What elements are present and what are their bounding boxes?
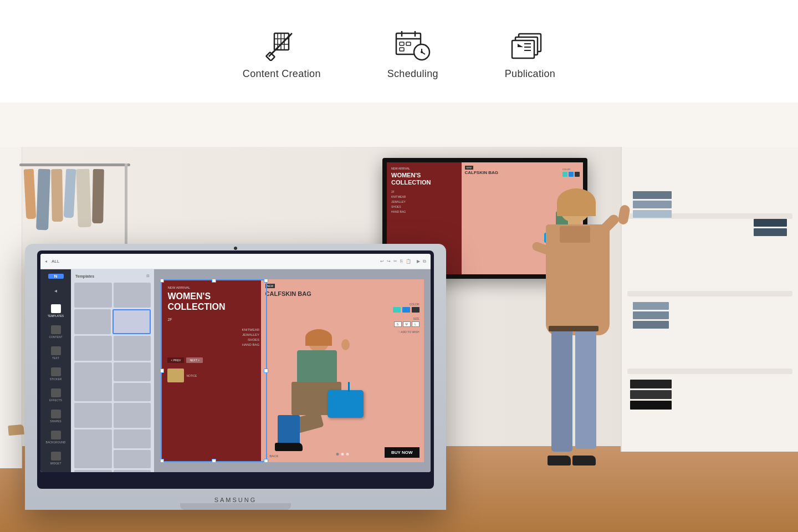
templates-panel-header: Templates ⊞ (74, 273, 151, 279)
template-thumb-9[interactable] (114, 383, 151, 402)
template-thumb-5[interactable] (74, 336, 112, 361)
size-m[interactable]: M (403, 321, 411, 327)
sidebar-item-background[interactable]: BACKGROUND (40, 427, 71, 447)
template-thumb-16[interactable] (114, 470, 151, 472)
sidebar-item-widget[interactable]: WIDGET (40, 448, 71, 468)
template-row-7 (74, 470, 151, 472)
template-thumb-3[interactable] (74, 309, 111, 334)
ad-size-options: S M L (394, 321, 420, 327)
dark-fold-1 (754, 219, 787, 227)
ad-swatch-blue[interactable] (402, 307, 410, 313)
ad-next-btn[interactable]: NEXT > (186, 357, 203, 363)
ad-buy-btn[interactable]: BUY NOW (385, 447, 420, 458)
toolbar-filter-label: ALL (52, 259, 59, 264)
sidebar-nav-back[interactable]: ◂ (40, 284, 71, 300)
scheduling-label: Scheduling (387, 68, 438, 80)
template-thumb-14[interactable] (114, 450, 151, 469)
ad-title: WOMEN'S COLLECTION (167, 291, 259, 312)
sidebar-item-shapes[interactable]: SHAPES (40, 406, 71, 426)
toolbar-undo-icon[interactable]: ↩ (380, 259, 384, 264)
size-l[interactable]: L (412, 321, 420, 327)
toolbar-redo-icon[interactable]: ↪ (387, 259, 391, 264)
sticker-icon (51, 367, 61, 376)
canvas-bag-handle (348, 382, 350, 392)
template-thumb-7[interactable] (74, 362, 112, 401)
canvas-shoes (275, 443, 303, 451)
display-new-arrival-text: NEW ARRIVAL (391, 167, 457, 170)
template-grid (74, 283, 151, 472)
template-thumb-1[interactable] (74, 283, 112, 308)
ad-swatch-teal[interactable] (393, 307, 401, 313)
toolbar-preview-icon[interactable]: ⧉ (423, 259, 426, 264)
sidebar-item-content[interactable]: CONTENT (40, 322, 71, 342)
svg-rect-18 (406, 42, 411, 45)
toolbar-cut-icon[interactable]: ✂ (393, 259, 397, 264)
template-thumb-4-selected[interactable] (112, 309, 151, 334)
toolbar-play-icon[interactable]: ▶ (417, 259, 420, 264)
template-thumb-6[interactable] (114, 336, 151, 361)
templates-header-icon: ⊞ (146, 274, 150, 278)
size-s[interactable]: S (394, 321, 402, 327)
shoe-1 (8, 424, 24, 436)
template-thumb-11[interactable] (114, 403, 151, 428)
canvas-figure-area (275, 329, 364, 451)
toolbar-paste-icon[interactable]: 📋 (406, 259, 411, 264)
ad-notice-label: NOTICE (186, 374, 197, 377)
laptop-base (180, 503, 291, 510)
woman-belt (549, 326, 598, 331)
canvas-hand (341, 339, 350, 350)
sidebar-item-effects[interactable]: EFFECTS (40, 385, 71, 405)
back-icon: ◂ (51, 288, 61, 296)
sidebar-text-label: TEXT (52, 356, 59, 360)
sidebar-item-text[interactable]: TEXT (40, 343, 71, 363)
template-thumb-8[interactable] (114, 362, 151, 381)
sidebar-widget-label: WIDGET (50, 462, 62, 465)
sidebar-item-templates[interactable]: TEMPLATES (40, 301, 71, 321)
woman-figure (526, 188, 626, 466)
publish-icon (510, 28, 549, 62)
ad-dots (336, 453, 349, 456)
fold-3 (633, 210, 672, 218)
template-thumb-15[interactable] (74, 470, 112, 472)
feature-content-creation: Content Creation (243, 28, 321, 80)
clothes-stack-2 (754, 219, 787, 236)
canvas-woman (275, 329, 364, 451)
fold-1 (633, 191, 672, 199)
laptop: ◂ ALL ↩ ↪ ✂ ⎘ 📋 ▶ (25, 200, 446, 510)
template-thumb-13[interactable] (114, 429, 151, 448)
dot-2 (341, 453, 344, 456)
mid-fold-2 (633, 311, 669, 319)
ad-prev-btn[interactable]: < PREV (167, 357, 184, 363)
template-row-5 (74, 403, 151, 428)
canvas-area: NEW ARRIVAL WOMEN'S COLLECTION 2F (154, 269, 431, 472)
ad-menu-handbag: HAND BAG (167, 343, 259, 346)
dark-fold-2 (754, 228, 787, 236)
content-creation-label: Content Creation (243, 68, 321, 80)
sidebar-templates-label: TEMPLATES (48, 314, 64, 318)
dot-3 (346, 453, 349, 456)
ad-swatch-dark[interactable] (412, 307, 420, 313)
ad-menu-knitwear: KNITWEAR (167, 328, 259, 331)
sidebar-item-sticker[interactable]: STICKER (40, 364, 71, 384)
main-scene: NEW ARRIVAL WOMEN'S COLLECTION 2F KNITWE… (0, 103, 798, 532)
display-title: WOMEN'S COLLECTION (391, 172, 457, 186)
sidebar-background-label: BACKGROUND (46, 441, 66, 444)
template-thumb-10[interactable] (74, 403, 112, 428)
template-row-6 (74, 429, 151, 468)
laptop-screen-bezel: ◂ ALL ↩ ↪ ✂ ⎘ 📋 ▶ (37, 250, 434, 489)
ad-back-btn[interactable]: ← BACK (265, 454, 279, 458)
svg-point-23 (421, 51, 423, 53)
templates-icon (51, 304, 61, 313)
toolbar-copy-icon[interactable]: ⎘ (400, 259, 403, 264)
app-sidebar: N ◂ TEMPLATES CONTENT (40, 269, 71, 472)
shelf-3 (627, 369, 792, 374)
sidebar-sticker-label: STICKER (50, 377, 62, 381)
ad-wish-btn[interactable]: ♡ ADD TO WISH (398, 330, 419, 334)
ad-menu-list: KNITWEAR JEWALLEY SHOES HAND BAG (167, 328, 259, 346)
template-thumb-12[interactable] (74, 429, 112, 468)
template-row-1 (74, 283, 151, 308)
background-icon (51, 431, 61, 439)
template-thumb-2[interactable] (114, 283, 151, 308)
ad-menu-jewalley: JEWALLEY (167, 333, 259, 336)
feature-scheduling: Scheduling (387, 28, 438, 80)
